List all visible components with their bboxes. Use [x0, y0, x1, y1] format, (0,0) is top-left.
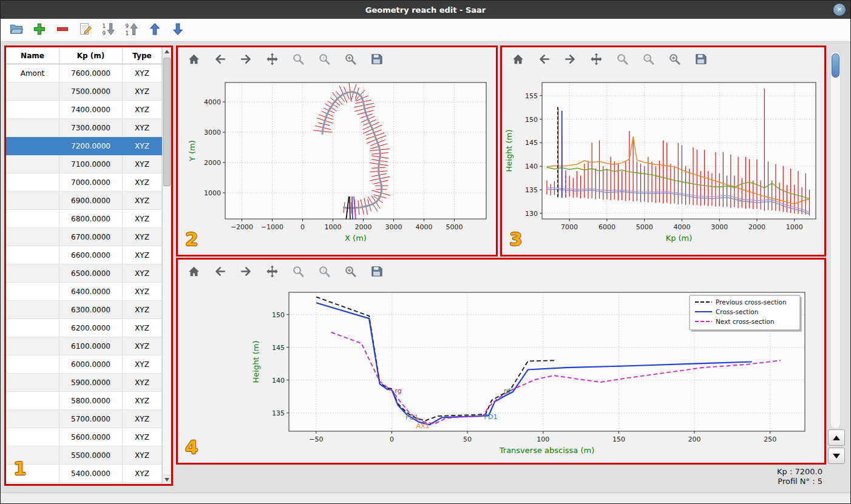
- svg-text:150: 150: [612, 435, 625, 443]
- table-row[interactable]: 5900.0000XYZ: [6, 374, 162, 392]
- zoom-plus-button[interactable]: [666, 52, 683, 69]
- zoom-plus-button[interactable]: [342, 52, 359, 69]
- cell-type: XYZ: [123, 64, 162, 82]
- zoom-button[interactable]: [290, 264, 307, 281]
- table-row[interactable]: 7100.0000XYZ: [6, 155, 162, 173]
- svg-text:rg: rg: [395, 387, 402, 395]
- close-button[interactable]: ×: [833, 4, 846, 16]
- sort-descending-button[interactable]: 19: [99, 21, 118, 40]
- svg-text:−50: −50: [309, 435, 323, 443]
- table-row[interactable]: 6100.0000XYZ: [6, 337, 162, 355]
- table-row[interactable]: 6800.0000XYZ: [6, 210, 162, 228]
- zoom-button[interactable]: [290, 52, 307, 69]
- home-icon: [187, 264, 201, 280]
- cross-section-panel: i rgrdFG1FD1AX1−500501001502002501351401…: [176, 258, 826, 465]
- table-scrollbar[interactable]: [162, 47, 171, 484]
- table-row[interactable]: 7500.0000XYZ: [6, 82, 162, 101]
- svg-text:135: 135: [525, 186, 538, 194]
- home-button[interactable]: [509, 52, 526, 69]
- forward-icon: [563, 52, 577, 68]
- open-button[interactable]: [7, 21, 26, 40]
- back-button[interactable]: [211, 264, 228, 281]
- forward-button[interactable]: [237, 52, 254, 69]
- longitudinal-profile-canvas[interactable]: 7000600050004000300020001000130135140145…: [502, 73, 824, 255]
- table-row[interactable]: 7000.0000XYZ: [6, 173, 162, 192]
- table-row[interactable]: 5400.0000XYZ: [6, 465, 162, 483]
- profile-slider[interactable]: [830, 52, 841, 429]
- cell-type: XYZ: [123, 246, 162, 264]
- back-button[interactable]: [535, 52, 552, 69]
- svg-text:4000: 4000: [673, 223, 690, 231]
- move-down-button[interactable]: [168, 21, 188, 40]
- table-row[interactable]: Amont7600.0000XYZ: [6, 64, 162, 82]
- cross-section-canvas[interactable]: rgrdFG1FD1AX1−50050100150200250135140145…: [178, 285, 824, 463]
- svg-text:−1000: −1000: [261, 223, 283, 231]
- cell-kp: 7400.0000: [59, 101, 123, 119]
- add-button[interactable]: [30, 21, 49, 40]
- table-row[interactable]: 6600.0000XYZ: [6, 246, 162, 264]
- table-row[interactable]: 6300.0000XYZ: [6, 301, 162, 319]
- home-button[interactable]: [185, 52, 202, 69]
- cross-section-toolbar: i: [178, 260, 824, 285]
- table-row[interactable]: 6000.0000XYZ: [6, 355, 162, 374]
- table-row[interactable]: 5800.0000XYZ: [6, 392, 162, 410]
- zoom-button[interactable]: [614, 52, 631, 69]
- table-row[interactable]: 6400.0000XYZ: [6, 283, 162, 301]
- table-row[interactable]: 6700.0000XYZ: [6, 228, 162, 246]
- svg-text:1: 1: [126, 30, 129, 36]
- cell-type: XYZ: [123, 192, 162, 210]
- home-button[interactable]: [185, 264, 202, 281]
- sort-ascending-button[interactable]: 91: [122, 21, 141, 40]
- table-scroll-down-button[interactable]: [163, 475, 171, 484]
- table-row[interactable]: 6500.0000XYZ: [6, 264, 162, 283]
- svg-text:6000: 6000: [598, 223, 615, 231]
- zoom-plus-button[interactable]: [342, 264, 359, 281]
- svg-text:FD1: FD1: [484, 413, 498, 421]
- svg-text:4000: 4000: [204, 98, 221, 106]
- profile-slider-thumb[interactable]: [832, 53, 839, 78]
- table-row[interactable]: 7400.0000XYZ: [6, 101, 162, 119]
- svg-text:i: i: [322, 267, 324, 273]
- pan-button[interactable]: [263, 264, 280, 281]
- table-row[interactable]: 7300.0000XYZ: [6, 119, 162, 137]
- table-row[interactable]: 7200.0000XYZ: [6, 137, 162, 155]
- cell-name: [6, 355, 59, 374]
- cell-kp: 6500.0000: [59, 264, 123, 283]
- back-button[interactable]: [211, 52, 228, 69]
- save-button[interactable]: [692, 52, 709, 69]
- table-row[interactable]: 6200.0000XYZ: [6, 319, 162, 337]
- table-row[interactable]: 5700.0000XYZ: [6, 410, 162, 428]
- save-icon: [370, 264, 384, 280]
- forward-icon: [239, 52, 253, 68]
- zoom-info-button[interactable]: i: [316, 52, 333, 69]
- pan-button[interactable]: [263, 52, 280, 69]
- table-scrollbar-thumb[interactable]: [163, 58, 171, 186]
- plan-view-canvas[interactable]: −2000−1000010002000300040005000100020003…: [178, 73, 496, 255]
- edit-button[interactable]: [76, 21, 95, 40]
- move-up-button[interactable]: [145, 21, 164, 40]
- kp-status: Kp : 7200.0: [777, 467, 822, 477]
- svg-text:50: 50: [463, 435, 472, 443]
- cell-type: XYZ: [123, 301, 162, 319]
- table-row[interactable]: 5500.0000XYZ: [6, 446, 162, 465]
- table-row[interactable]: 5600.0000XYZ: [6, 428, 162, 446]
- cell-name: [6, 319, 59, 337]
- table-scroll-up-button[interactable]: [163, 47, 171, 56]
- zoom-info-button[interactable]: i: [316, 264, 333, 281]
- zoom-info-button[interactable]: i: [640, 52, 657, 69]
- table-row[interactable]: 6900.0000XYZ: [6, 192, 162, 210]
- save-button[interactable]: [368, 264, 385, 281]
- remove-button[interactable]: [53, 21, 72, 40]
- pan-button[interactable]: [588, 52, 605, 69]
- next-profile-button[interactable]: [828, 448, 845, 464]
- cell-kp: 6100.0000: [59, 337, 123, 355]
- cell-kp: 6600.0000: [59, 246, 123, 264]
- cell-name: [6, 374, 59, 392]
- previous-profile-button[interactable]: [828, 429, 845, 446]
- save-button[interactable]: [368, 52, 385, 69]
- svg-text:2000: 2000: [355, 223, 372, 231]
- forward-button[interactable]: [561, 52, 578, 69]
- forward-button[interactable]: [237, 264, 254, 281]
- save-icon: [370, 52, 384, 68]
- table-row[interactable]: 5300.0000XYZ: [6, 483, 162, 484]
